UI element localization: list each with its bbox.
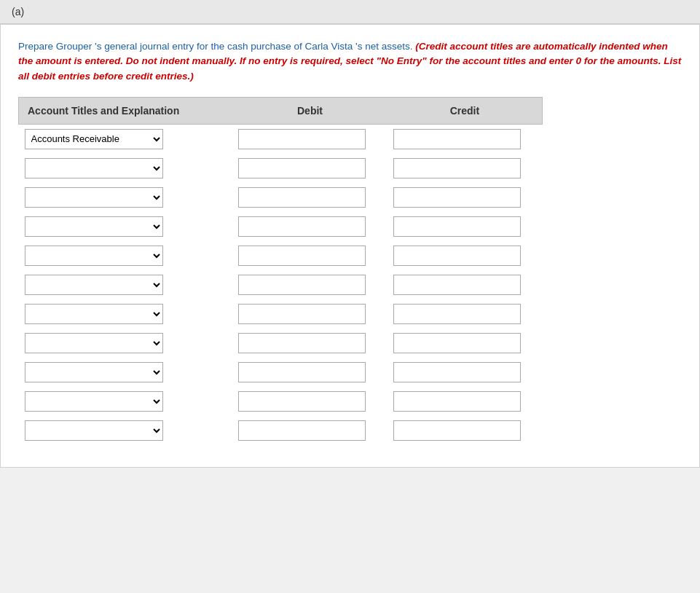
header-debit: Debit [232,97,388,124]
debit-cell-3 [232,212,388,241]
account-select-9[interactable]: No EntryAccounts ReceivableAccounts Paya… [25,391,163,412]
instruction-text: Prepare Grouper 's general journal entry… [18,39,682,84]
table-row: No EntryAccounts ReceivableAccounts Paya… [19,270,543,299]
debit-input-9[interactable] [238,391,366,412]
credit-input-8[interactable] [393,362,521,382]
account-cell-0: No EntryAccounts ReceivableAccounts Paya… [19,124,233,154]
section-label-text: (a) [12,6,24,17]
debit-input-4[interactable] [238,246,366,266]
debit-input-3[interactable] [238,216,366,237]
debit-cell-10 [232,416,388,445]
table-row: No EntryAccounts ReceivableAccounts Paya… [19,154,543,183]
table-header-row: Account Titles and Explanation Debit Cre… [19,97,543,124]
account-cell-10: No EntryAccounts ReceivableAccounts Paya… [19,416,233,445]
credit-cell-6 [388,299,543,329]
credit-cell-9 [388,387,543,416]
table-row: No EntryAccounts ReceivableAccounts Paya… [19,358,543,387]
account-select-5[interactable]: No EntryAccounts ReceivableAccounts Paya… [25,275,163,295]
debit-cell-9 [232,387,388,416]
account-cell-2: No EntryAccounts ReceivableAccounts Paya… [19,183,233,212]
account-select-6[interactable]: No EntryAccounts ReceivableAccounts Paya… [25,304,163,324]
credit-cell-4 [388,241,543,270]
account-select-4[interactable]: No EntryAccounts ReceivableAccounts Paya… [25,246,163,266]
account-cell-8: No EntryAccounts ReceivableAccounts Paya… [19,358,233,387]
credit-input-4[interactable] [393,246,521,266]
credit-cell-7 [388,329,543,358]
account-cell-4: No EntryAccounts ReceivableAccounts Paya… [19,241,233,270]
credit-input-0[interactable] [393,129,521,149]
debit-cell-7 [232,329,388,358]
debit-input-10[interactable] [238,420,366,441]
account-cell-1: No EntryAccounts ReceivableAccounts Paya… [19,154,233,183]
account-select-3[interactable]: No EntryAccounts ReceivableAccounts Paya… [25,216,163,237]
debit-input-8[interactable] [238,362,366,382]
debit-cell-4 [232,241,388,270]
debit-input-2[interactable] [238,187,366,208]
credit-cell-0 [388,124,543,154]
account-cell-3: No EntryAccounts ReceivableAccounts Paya… [19,212,233,241]
debit-input-6[interactable] [238,304,366,324]
credit-cell-10 [388,416,543,445]
account-select-8[interactable]: No EntryAccounts ReceivableAccounts Paya… [25,362,163,382]
header-account: Account Titles and Explanation [19,97,233,124]
credit-cell-5 [388,270,543,299]
credit-input-9[interactable] [393,391,521,412]
account-cell-6: No EntryAccounts ReceivableAccounts Paya… [19,299,233,329]
section-label: (a) [0,0,700,24]
account-select-10[interactable]: No EntryAccounts ReceivableAccounts Paya… [25,420,163,441]
table-row: No EntryAccounts ReceivableAccounts Paya… [19,212,543,241]
credit-cell-2 [388,183,543,212]
table-row: No EntryAccounts ReceivableAccounts Paya… [19,183,543,212]
table-row: No EntryAccounts ReceivableAccounts Paya… [19,416,543,445]
instruction-main: Prepare Grouper 's general journal entry… [18,41,412,52]
credit-input-6[interactable] [393,304,521,324]
table-row: No EntryAccounts ReceivableAccounts Paya… [19,124,543,154]
account-select-1[interactable]: No EntryAccounts ReceivableAccounts Paya… [25,158,163,178]
credit-cell-1 [388,154,543,183]
credit-input-2[interactable] [393,187,521,208]
journal-table: Account Titles and Explanation Debit Cre… [18,97,543,445]
header-credit: Credit [388,97,543,124]
table-row: No EntryAccounts ReceivableAccounts Paya… [19,241,543,270]
credit-input-5[interactable] [393,275,521,295]
credit-cell-8 [388,358,543,387]
debit-cell-8 [232,358,388,387]
debit-input-1[interactable] [238,158,366,178]
table-row: No EntryAccounts ReceivableAccounts Paya… [19,299,543,329]
debit-cell-6 [232,299,388,329]
account-select-0[interactable]: No EntryAccounts ReceivableAccounts Paya… [25,129,163,149]
debit-input-0[interactable] [238,129,366,149]
account-select-2[interactable]: No EntryAccounts ReceivableAccounts Paya… [25,187,163,208]
table-row: No EntryAccounts ReceivableAccounts Paya… [19,329,543,358]
debit-input-7[interactable] [238,333,366,353]
credit-input-7[interactable] [393,333,521,353]
debit-cell-0 [232,124,388,154]
account-cell-9: No EntryAccounts ReceivableAccounts Paya… [19,387,233,416]
debit-input-5[interactable] [238,275,366,295]
account-cell-7: No EntryAccounts ReceivableAccounts Paya… [19,329,233,358]
credit-input-10[interactable] [393,420,521,441]
debit-cell-2 [232,183,388,212]
page-wrapper: (a) Prepare Grouper 's general journal e… [0,0,700,593]
account-cell-5: No EntryAccounts ReceivableAccounts Paya… [19,270,233,299]
account-select-7[interactable]: No EntryAccounts ReceivableAccounts Paya… [25,333,163,353]
table-row: No EntryAccounts ReceivableAccounts Paya… [19,387,543,416]
debit-cell-1 [232,154,388,183]
credit-input-1[interactable] [393,158,521,178]
debit-cell-5 [232,270,388,299]
credit-cell-3 [388,212,543,241]
credit-input-3[interactable] [393,216,521,237]
content-area: Prepare Grouper 's general journal entry… [0,24,700,468]
